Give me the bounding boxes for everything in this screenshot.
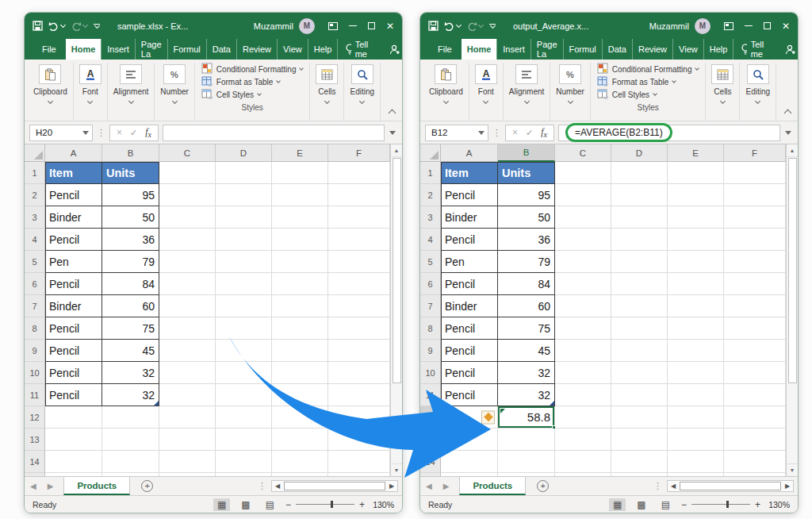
- cell-E10[interactable]: [668, 362, 724, 384]
- cell-F12[interactable]: [328, 406, 390, 429]
- row-header-12[interactable]: 12: [25, 406, 45, 429]
- cell-F7[interactable]: [724, 295, 786, 317]
- tab-formul[interactable]: Formul: [168, 39, 207, 60]
- cell-D3[interactable]: [611, 206, 668, 229]
- cell-F1[interactable]: [328, 162, 390, 184]
- tab-file[interactable]: File: [33, 39, 66, 60]
- cell-E9[interactable]: [668, 340, 724, 362]
- row-header-5[interactable]: 5: [25, 251, 45, 273]
- ribbon-button-cell-styles[interactable]: Cell Styles: [597, 88, 699, 101]
- ribbon-group-number[interactable]: %Number: [155, 63, 195, 121]
- zoom-level[interactable]: 130%: [768, 500, 790, 509]
- enter-formula-button[interactable]: ✓: [130, 128, 137, 138]
- user-avatar[interactable]: M: [695, 18, 710, 34]
- ribbon-group-clipboard[interactable]: Clipboard: [423, 63, 469, 121]
- column-header-D[interactable]: D: [611, 144, 668, 162]
- name-box-dropdown-icon[interactable]: [478, 131, 485, 135]
- cell-D10[interactable]: [611, 362, 668, 384]
- cell-D6[interactable]: [216, 273, 272, 295]
- cell-D7[interactable]: [216, 295, 272, 317]
- cell-C4[interactable]: [555, 229, 611, 251]
- cell-C8[interactable]: [159, 317, 216, 340]
- page-layout-view-button[interactable]: ▩: [633, 498, 649, 511]
- cell-C8[interactable]: [555, 317, 611, 340]
- cell-C14[interactable]: [555, 451, 611, 473]
- cell-C5[interactable]: [555, 251, 611, 273]
- row-header-3[interactable]: 3: [25, 206, 45, 229]
- ribbon-group-editing[interactable]: Editing: [344, 63, 381, 121]
- column-header-B[interactable]: B: [498, 144, 555, 162]
- scroll-down-icon[interactable]: ▼: [391, 463, 402, 476]
- previous-sheet-icon[interactable]: ◀: [25, 477, 42, 495]
- cell-D13[interactable]: [216, 429, 272, 451]
- cell-B6[interactable]: 84: [102, 273, 159, 295]
- cell-D14[interactable]: [216, 451, 272, 473]
- expand-formula-bar-icon[interactable]: [389, 131, 396, 135]
- row-header-10[interactable]: 10: [420, 362, 441, 384]
- cell-F5[interactable]: [328, 251, 390, 273]
- cell-B7[interactable]: 60: [102, 295, 159, 317]
- cell-F8[interactable]: [328, 317, 390, 340]
- cell-B3[interactable]: 50: [102, 206, 159, 229]
- cell-A13[interactable]: [441, 429, 498, 451]
- cell-D6[interactable]: [611, 273, 668, 295]
- cell-F7[interactable]: [328, 295, 390, 317]
- cell-A1[interactable]: Item: [45, 162, 102, 184]
- cell-D10[interactable]: [216, 362, 272, 384]
- tab-page-la[interactable]: Page La: [136, 39, 168, 60]
- cell-B5[interactable]: 79: [102, 251, 159, 273]
- cell-A15[interactable]: [441, 473, 498, 476]
- row-header-9[interactable]: 9: [420, 340, 441, 362]
- cell-B9[interactable]: 45: [102, 340, 159, 362]
- cell-C10[interactable]: [555, 362, 611, 384]
- cell-A12[interactable]: [441, 406, 498, 429]
- cell-B11[interactable]: 32: [102, 384, 159, 406]
- cell-E2[interactable]: [668, 184, 724, 206]
- row-header-15[interactable]: 15: [25, 473, 45, 476]
- ribbon-group-clipboard[interactable]: Clipboard: [28, 63, 74, 121]
- cell-A3[interactable]: Binder: [45, 206, 102, 229]
- cell-F2[interactable]: [724, 184, 786, 206]
- cell-F6[interactable]: [328, 273, 390, 295]
- formula-input[interactable]: =AVERAGE(B2:B11): [558, 125, 780, 141]
- zoom-level[interactable]: 130%: [372, 500, 394, 509]
- cell-A11[interactable]: Pencil: [441, 384, 498, 406]
- select-all-button[interactable]: [25, 144, 45, 162]
- tab-home[interactable]: Home: [66, 39, 102, 60]
- cell-A3[interactable]: Binder: [441, 206, 498, 229]
- cell-C11[interactable]: [555, 384, 611, 406]
- column-header-B[interactable]: B: [102, 144, 159, 162]
- row-header-4[interactable]: 4: [420, 229, 441, 251]
- cell-F11[interactable]: [328, 384, 390, 406]
- ribbon-group-editing[interactable]: Editing: [740, 63, 776, 121]
- normal-view-button[interactable]: ▦: [213, 498, 230, 511]
- normal-view-button[interactable]: ▦: [609, 498, 626, 511]
- cell-F12[interactable]: [724, 406, 786, 429]
- cell-D7[interactable]: [611, 295, 668, 317]
- column-header-F[interactable]: F: [328, 144, 390, 162]
- cell-B7[interactable]: 60: [498, 295, 555, 317]
- cell-C12[interactable]: [555, 406, 611, 429]
- ribbon-group-number[interactable]: %Number: [550, 63, 591, 121]
- row-header-8[interactable]: 8: [25, 317, 45, 340]
- cell-E7[interactable]: [668, 295, 724, 317]
- cell-D4[interactable]: [216, 229, 272, 251]
- cell-A7[interactable]: Binder: [441, 295, 498, 317]
- row-header-13[interactable]: 13: [420, 429, 441, 451]
- row-header-1[interactable]: 1: [420, 162, 441, 184]
- row-header-7[interactable]: 7: [25, 295, 45, 317]
- cell-E15[interactable]: [668, 473, 724, 476]
- cell-F3[interactable]: [724, 206, 786, 229]
- column-header-E[interactable]: E: [272, 144, 328, 162]
- cell-C11[interactable]: [159, 384, 216, 406]
- row-header-10[interactable]: 10: [25, 362, 45, 384]
- row-header-6[interactable]: 6: [420, 273, 441, 295]
- column-header-C[interactable]: C: [555, 144, 611, 162]
- customize-quick-access-button[interactable]: [93, 24, 101, 29]
- zoom-slider[interactable]: − +: [285, 499, 365, 510]
- tab-data[interactable]: Data: [603, 39, 633, 60]
- cell-E11[interactable]: [272, 384, 328, 406]
- ribbon-button-format-as-table[interactable]: Format as Table: [201, 75, 304, 88]
- cell-E13[interactable]: [668, 429, 724, 451]
- cell-F11[interactable]: [724, 384, 786, 406]
